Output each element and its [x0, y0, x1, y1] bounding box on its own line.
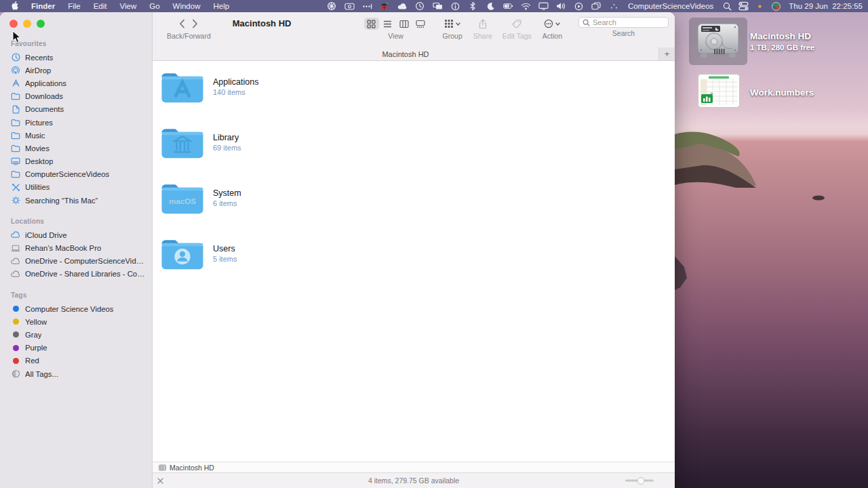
tab-macintosh-hd[interactable]: Macintosh HD [153, 47, 658, 60]
tag-dot-icon [11, 356, 20, 365]
zoom-button[interactable] [37, 20, 45, 28]
time-machine-icon[interactable] [415, 1, 425, 11]
sidebar-item-searching-this-mac[interactable]: Searching “This Mac” [9, 194, 148, 207]
gallery-view-button[interactable] [413, 18, 428, 30]
cloud-icon[interactable] [397, 1, 408, 11]
menu-view[interactable]: View [120, 2, 137, 10]
view-label: View [388, 32, 403, 40]
menu-go[interactable]: Go [149, 2, 159, 10]
sidebar-item-applications[interactable]: Applications [9, 77, 148, 89]
search-input[interactable]: Search [578, 17, 669, 28]
menu-user-label[interactable]: ComputerScienceVideos [628, 2, 713, 10]
sidebar-item-airdrop[interactable]: AirDrop [9, 64, 148, 77]
work-numbers-desktop-icon[interactable] [698, 74, 740, 110]
sidebar-item-gray[interactable]: Gray [9, 328, 148, 341]
wifi-icon[interactable] [521, 1, 531, 11]
sidebar-item-label: Rehan’s MacBook Pro [25, 244, 101, 252]
apple-menu-icon[interactable] [11, 1, 18, 12]
macintosh-hd-desktop-icon[interactable] [696, 21, 740, 63]
sidebar-item-label: Pictures [25, 119, 53, 127]
menu-finder[interactable]: Finder [31, 2, 55, 10]
sidebar-item-rehan-s-macbook-pro[interactable]: Rehan’s MacBook Pro [9, 241, 148, 254]
folder-applications[interactable]: Applications140 items [159, 67, 675, 106]
sidebar-item-utilities[interactable]: Utilities [9, 181, 148, 194]
folder-icon [11, 169, 20, 179]
icon-size-slider[interactable] [625, 480, 654, 482]
back-button[interactable] [179, 19, 185, 28]
close-button[interactable] [9, 20, 18, 28]
dots-triangle-icon[interactable] [609, 1, 619, 11]
status-icons [327, 1, 619, 11]
info-icon[interactable] [450, 1, 460, 11]
folder-library[interactable]: Library69 items [159, 123, 675, 162]
folder-icon [11, 92, 20, 101]
moon-icon[interactable] [486, 1, 496, 11]
sidebar-item-downloads[interactable]: Downloads [9, 90, 148, 103]
volume-icon[interactable] [556, 1, 566, 11]
notification-dot-icon[interactable] [755, 1, 765, 11]
sidebar-item-onedrive-shared-libraries-comp[interactable]: OneDrive - Shared Libraries - Comp... [9, 268, 148, 281]
menu-file[interactable]: File [68, 2, 81, 10]
group-icon[interactable] [444, 19, 454, 28]
cloud-grey-icon [11, 256, 20, 266]
folder-users[interactable]: Users5 items [159, 234, 675, 273]
folder-system[interactable]: macOSSystem6 items [159, 178, 675, 218]
list-view-button[interactable] [380, 18, 395, 30]
sidebar-item-desktop[interactable]: Desktop [9, 155, 148, 168]
display-mirror-icon[interactable] [433, 1, 443, 11]
spotlight-icon[interactable] [722, 1, 732, 11]
menu-edit[interactable]: Edit [94, 2, 107, 10]
avatar-icon[interactable] [771, 1, 781, 11]
sidebar-item-yellow[interactable]: Yellow [9, 315, 148, 328]
slider-knob[interactable] [637, 477, 645, 485]
sidebar-item-label: OneDrive - ComputerScienceVideos [25, 257, 148, 265]
sidebar-item-music[interactable]: Music [9, 129, 148, 142]
sidebar-item-documents[interactable]: Documents [9, 103, 148, 116]
sidebar-item-all-tags[interactable]: All Tags... [9, 367, 148, 380]
column-view-button[interactable] [397, 18, 412, 30]
bluetooth-icon[interactable] [468, 1, 478, 11]
sidebar-item-movies[interactable]: Movies [9, 142, 148, 155]
folder-icon [159, 123, 206, 162]
sidebar-item-computer-science-videos[interactable]: Computer Science Videos [9, 302, 148, 315]
edit-tags-label: Edit Tags [502, 32, 532, 40]
edit-tags-control: Edit Tags [502, 17, 532, 40]
tag-icon[interactable] [512, 19, 521, 28]
work-numbers-desktop-label[interactable]: Work.numbers [750, 87, 814, 98]
macintosh-hd-desktop-label[interactable]: Macintosh HD 1 TB, 280 GB free [750, 31, 814, 52]
windows-copy-icon[interactable] [591, 1, 601, 11]
share-icon[interactable] [479, 19, 487, 29]
ladybug-icon[interactable] [380, 1, 390, 11]
path-bar[interactable]: Macintosh HD [153, 462, 675, 472]
sidebar-section-locations: Locations [11, 218, 148, 225]
sidebar-item-computersciencevideos[interactable]: ComputerScienceVideos [9, 168, 148, 181]
battery-charging-icon[interactable] [503, 1, 513, 11]
screen-record-icon[interactable] [344, 1, 355, 11]
menu-help[interactable]: Help [213, 2, 229, 10]
control-center-icon[interactable] [738, 1, 749, 11]
action-icon[interactable] [544, 19, 553, 28]
new-tab-button[interactable]: + [658, 47, 675, 60]
sidebar-item-red[interactable]: Red [9, 354, 148, 367]
tag-dot-icon [11, 304, 20, 314]
menu-clock[interactable]: Thu 29 Jun 22:25:55 [789, 2, 863, 10]
display-icon[interactable] [538, 1, 549, 11]
menu-window[interactable]: Window [173, 2, 201, 10]
sidebar-item-label: Gray [25, 331, 41, 339]
sidebar-item-icloud-drive[interactable]: iCloud Drive [9, 228, 148, 241]
sidebar-item-pictures[interactable]: Pictures [9, 116, 148, 129]
sidebar-item-recents[interactable]: Recents [9, 51, 148, 64]
view-switcher: View [364, 17, 428, 40]
sidebar-item-onedrive-computersciencevideos[interactable]: OneDrive - ComputerScienceVideos [9, 255, 148, 268]
minimize-button[interactable] [23, 20, 31, 28]
icon-view-button[interactable] [364, 18, 379, 30]
forward-button[interactable] [192, 19, 198, 28]
play-circle-icon[interactable] [574, 1, 584, 11]
pinwheel-icon[interactable] [327, 1, 337, 11]
folder-item-count: 140 items [213, 88, 258, 96]
sidebar-item-purple[interactable]: Purple [9, 342, 148, 354]
more-dots-icon[interactable] [362, 1, 372, 11]
all-tags-icon [11, 369, 20, 379]
share-control: Share [473, 17, 492, 40]
folder-item-count: 69 items [213, 144, 241, 152]
